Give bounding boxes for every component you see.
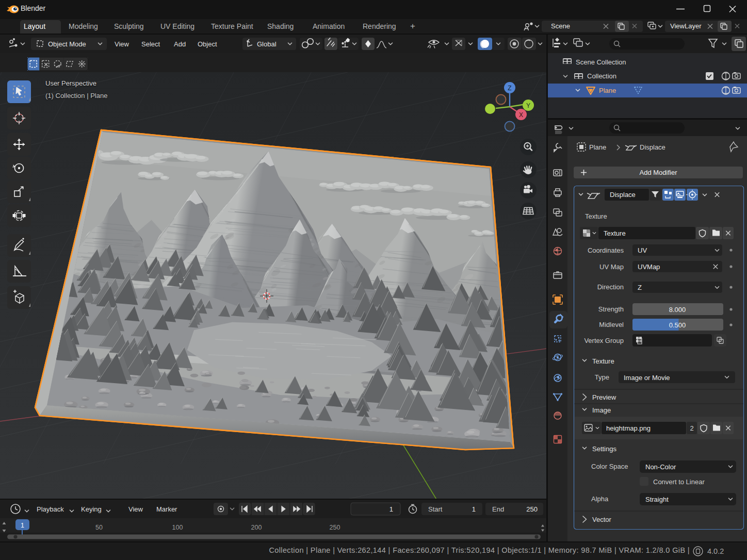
svg-text:200: 200 xyxy=(251,524,262,531)
svg-text:50: 50 xyxy=(95,524,103,531)
svg-text:UV: UV xyxy=(638,246,647,254)
svg-text:Convert to Linear: Convert to Linear xyxy=(653,478,705,486)
svg-text:1: 1 xyxy=(472,505,476,513)
svg-text:View: View xyxy=(128,505,143,513)
svg-text:End: End xyxy=(492,505,504,513)
svg-text:Vector: Vector xyxy=(592,516,612,523)
svg-text:4.0.2: 4.0.2 xyxy=(707,547,724,555)
svg-text:X: X xyxy=(519,111,523,119)
svg-text:Preview: Preview xyxy=(592,393,616,401)
svg-text:250: 250 xyxy=(526,505,538,513)
svg-text:Image: Image xyxy=(592,406,611,414)
svg-text:Scene: Scene xyxy=(551,22,570,30)
svg-text:8.000: 8.000 xyxy=(669,306,686,314)
svg-text:2: 2 xyxy=(690,424,693,432)
svg-text:Collection: Collection xyxy=(587,72,616,80)
svg-text:Y: Y xyxy=(526,102,530,109)
svg-text:Texture: Texture xyxy=(604,229,626,237)
svg-text:Playback: Playback xyxy=(37,505,64,513)
svg-text:Straight: Straight xyxy=(645,496,669,503)
svg-text:Midlevel: Midlevel xyxy=(599,321,624,328)
svg-text:Type: Type xyxy=(595,373,609,381)
svg-text:Plane: Plane xyxy=(589,143,606,151)
svg-text:Scene Collection: Scene Collection xyxy=(576,58,626,66)
svg-text:Displace: Displace xyxy=(610,191,636,199)
svg-text:Keying: Keying xyxy=(81,505,102,513)
svg-text:Plane: Plane xyxy=(599,87,616,94)
svg-text:Alpha: Alpha xyxy=(591,495,609,503)
svg-text:Start: Start xyxy=(428,505,443,513)
svg-text:250: 250 xyxy=(330,524,340,531)
svg-text:1: 1 xyxy=(21,522,24,529)
svg-text:Coordinates: Coordinates xyxy=(588,246,624,254)
svg-text:UVMap: UVMap xyxy=(638,263,660,271)
svg-text:100: 100 xyxy=(172,524,183,531)
svg-text:Settings: Settings xyxy=(592,445,616,453)
svg-text:Vertex Group: Vertex Group xyxy=(584,337,624,344)
svg-text:0.500: 0.500 xyxy=(669,321,686,329)
svg-text:ViewLayer: ViewLayer xyxy=(670,22,702,30)
svg-text:Object Mode: Object Mode xyxy=(48,40,86,48)
svg-text:Direction: Direction xyxy=(597,283,624,291)
svg-text:Image or Movie: Image or Movie xyxy=(624,374,670,382)
svg-text:Global: Global xyxy=(257,40,277,48)
svg-text:Texture: Texture xyxy=(585,212,607,220)
svg-text:View: View xyxy=(115,40,129,48)
svg-text:Add Modifier: Add Modifier xyxy=(640,169,678,176)
svg-text:Object: Object xyxy=(198,40,217,48)
svg-text:Displace: Displace xyxy=(640,143,665,151)
svg-text:Select: Select xyxy=(141,40,160,48)
svg-text:Texture: Texture xyxy=(592,357,614,365)
svg-text:Z: Z xyxy=(508,85,511,92)
svg-text:heightmap.png: heightmap.png xyxy=(606,424,651,432)
svg-text:UV Map: UV Map xyxy=(599,263,624,271)
svg-text:Add: Add xyxy=(174,40,186,48)
svg-text:Z: Z xyxy=(638,284,642,291)
svg-text:Color Space: Color Space xyxy=(591,463,628,470)
svg-text:Non-Color: Non-Color xyxy=(645,463,676,471)
svg-text:Marker: Marker xyxy=(156,505,177,513)
svg-text:1: 1 xyxy=(389,505,393,513)
svg-text:Strength: Strength xyxy=(598,305,624,313)
